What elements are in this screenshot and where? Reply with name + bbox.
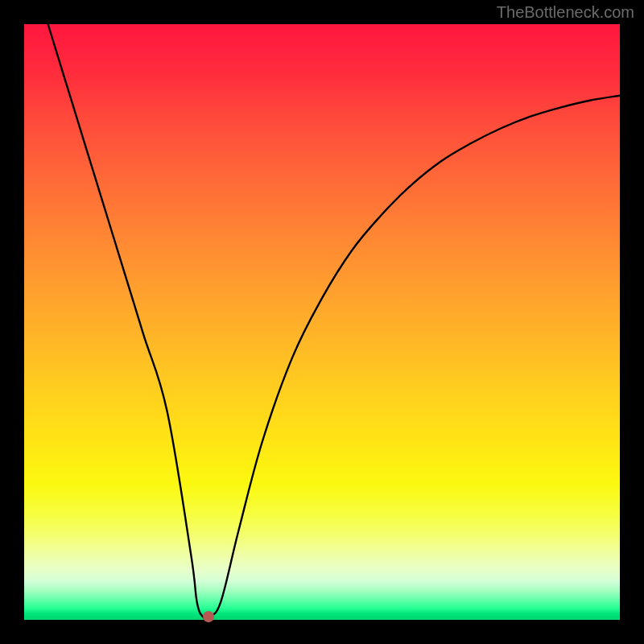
curve-svg bbox=[24, 24, 620, 620]
minimum-marker bbox=[203, 611, 214, 622]
plot-area bbox=[24, 24, 620, 620]
bottleneck-curve bbox=[48, 24, 620, 619]
watermark-text: TheBottleneck.com bbox=[497, 3, 634, 22]
